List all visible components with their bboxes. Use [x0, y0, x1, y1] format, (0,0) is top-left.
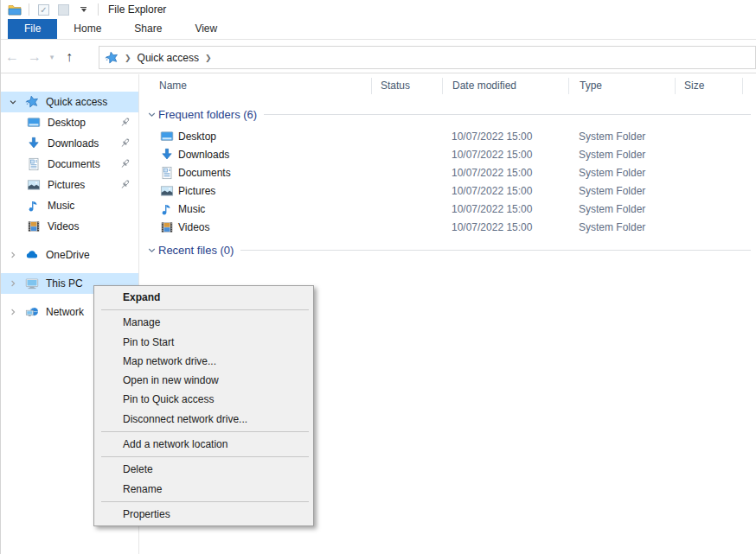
picture-photo-icon [27, 178, 41, 192]
up-button[interactable]: ↑ [58, 49, 80, 65]
chevron-down-icon[interactable] [8, 98, 18, 106]
sidebar-item-downloads[interactable]: Downloads [1, 133, 138, 154]
pin-icon [119, 157, 131, 170]
chevron-down-icon[interactable] [147, 245, 158, 255]
properties-quick-button[interactable]: ✓ [36, 3, 51, 16]
sidebar-item-videos[interactable]: Videos [1, 216, 138, 237]
blank-sheet-icon [58, 4, 69, 16]
menu-separator [101, 501, 309, 502]
context-menu-item-delete[interactable]: Delete [94, 460, 313, 479]
sidebar-item-music[interactable]: Music [1, 195, 138, 216]
tab-view[interactable]: View [178, 19, 234, 39]
video-film-icon [160, 220, 174, 234]
tab-file[interactable]: File [8, 19, 57, 39]
sidebar-item-onedrive[interactable]: OneDrive [1, 245, 138, 265]
history-dropdown-button[interactable]: ▾ [46, 53, 58, 61]
menu-separator [101, 456, 309, 457]
music-note-icon [27, 199, 41, 213]
column-headers: Name Status Date modified Type Size [139, 74, 756, 98]
dropdown-bar-icon [80, 7, 86, 8]
pin-icon [119, 137, 131, 150]
group-divider-line [264, 114, 751, 115]
column-header-type[interactable]: Type [568, 78, 675, 94]
this-pc-monitor-icon [25, 277, 39, 290]
music-note-icon [160, 202, 174, 216]
download-arrow-icon [160, 148, 174, 162]
file-row-downloads[interactable]: Downloads 10/07/2022 15:00 System Folder [139, 145, 756, 163]
tab-share[interactable]: Share [118, 19, 178, 39]
quick-access-star-icon [105, 51, 119, 65]
file-row-pictures[interactable]: Pictures 10/07/2022 15:00 System Folder [139, 181, 756, 200]
document-page-icon [160, 166, 174, 180]
navigation-bar: ← → ▾ ↑ ❯ Quick access ❯ [1, 41, 756, 73]
file-explorer-window: ✓ File Explorer File Home Share View ← →… [0, 0, 756, 554]
onedrive-cloud-icon [25, 248, 39, 262]
breadcrumb-chevron-icon: ❯ [125, 54, 131, 62]
back-button[interactable]: ← [1, 49, 23, 65]
titlebar-divider [98, 3, 99, 16]
context-menu-item-open-in-new-window[interactable]: Open in new window [94, 371, 313, 390]
breadcrumb-chevron-icon: ❯ [205, 54, 212, 62]
file-row-videos[interactable]: Videos 10/07/2022 15:00 System Folder [139, 218, 756, 236]
context-menu-item-add-network-location[interactable]: Add a network location [94, 435, 313, 454]
context-menu-item-map-network-drive[interactable]: Map network drive... [94, 352, 313, 371]
file-row-music[interactable]: Music 10/07/2022 15:00 System Folder [139, 200, 756, 218]
window-title: File Explorer [108, 3, 166, 16]
menu-separator [101, 431, 309, 432]
chevron-right-icon[interactable] [8, 251, 18, 259]
titlebar: ✓ File Explorer [1, 0, 756, 19]
context-menu-item-pin-to-start[interactable]: Pin to Start [94, 333, 313, 352]
context-menu-item-rename[interactable]: Rename [94, 480, 313, 499]
context-menu: Expand Manage Pin to Start Map network d… [93, 285, 314, 526]
chevron-down-icon [81, 9, 86, 12]
desktop-monitor-icon [27, 116, 41, 130]
video-film-icon [27, 220, 41, 233]
context-menu-item-expand[interactable]: Expand [94, 288, 313, 307]
context-menu-item-properties[interactable]: Properties [94, 505, 313, 524]
context-menu-item-disconnect-network-drive[interactable]: Disconnect network drive... [94, 410, 313, 429]
desktop-monitor-icon [160, 130, 174, 143]
group-header-frequent-folders[interactable]: Frequent folders (6) [139, 105, 756, 124]
network-pc-icon [25, 305, 39, 319]
file-row-documents[interactable]: Documents 10/07/2022 15:00 System Folder [139, 163, 756, 181]
download-arrow-icon [27, 137, 41, 150]
file-explorer-logo-icon [7, 3, 22, 16]
forward-button[interactable]: → [23, 49, 46, 65]
context-menu-item-manage[interactable]: Manage [94, 313, 313, 332]
column-header-size[interactable]: Size [675, 78, 743, 94]
group-divider-line [240, 250, 751, 251]
sidebar-item-desktop[interactable]: Desktop [1, 112, 138, 133]
customize-toolbar-dropdown[interactable] [76, 3, 91, 16]
chevron-right-icon[interactable] [8, 279, 18, 288]
sidebar-item-pictures[interactable]: Pictures [1, 175, 138, 195]
column-header-status[interactable]: Status [371, 78, 442, 94]
menu-separator [101, 309, 309, 310]
ribbon-tabs: File Home Share View [1, 19, 756, 40]
document-page-icon [27, 157, 41, 171]
address-bar[interactable]: ❯ Quick access ❯ [99, 46, 756, 69]
chevron-right-icon[interactable] [8, 308, 18, 316]
context-menu-item-pin-to-quick-access[interactable]: Pin to Quick access [94, 390, 313, 409]
breadcrumb[interactable]: Quick access [138, 52, 199, 64]
column-header-date-modified[interactable]: Date modified [442, 78, 568, 94]
pin-icon [119, 116, 131, 129]
chevron-down-icon[interactable] [147, 110, 158, 119]
titlebar-divider [29, 3, 29, 16]
quick-access-star-icon [25, 95, 39, 109]
sidebar-item-documents[interactable]: Documents [1, 154, 138, 175]
group-header-recent-files[interactable]: Recent files (0) [139, 241, 756, 259]
sidebar-item-quick-access[interactable]: Quick access [1, 92, 138, 112]
pin-icon [119, 178, 131, 191]
picture-photo-icon [160, 184, 174, 198]
tab-home[interactable]: Home [57, 19, 118, 39]
file-row-desktop[interactable]: Desktop 10/07/2022 15:00 System Folder [139, 127, 756, 145]
new-folder-quick-button[interactable] [56, 3, 71, 16]
column-header-name[interactable]: Name [139, 78, 371, 94]
checkmark-icon: ✓ [38, 4, 49, 16]
